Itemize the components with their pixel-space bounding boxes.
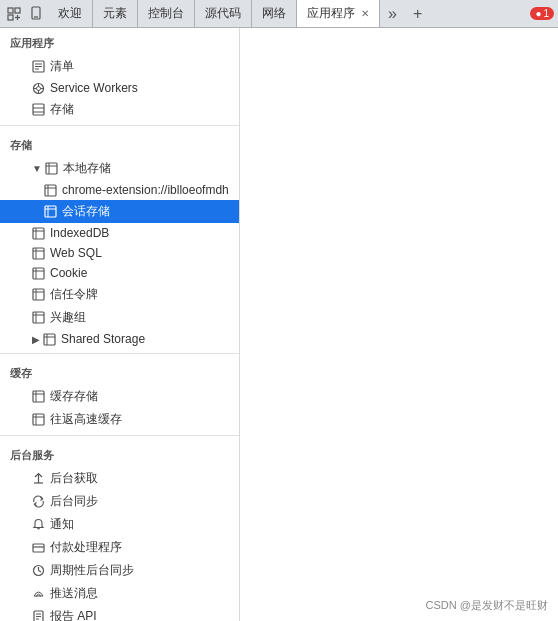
session-storage-icon — [44, 205, 57, 218]
periodic-sync-label: 周期性后台同步 — [50, 562, 134, 579]
sidebar-item-storage[interactable]: 存储 — [0, 98, 239, 121]
payment-handler-label: 付款处理程序 — [50, 539, 122, 556]
interest-group-icon — [32, 311, 45, 324]
trust-token-label: 信任令牌 — [50, 286, 98, 303]
background-sync-icon — [32, 495, 45, 508]
sidebar-item-service-workers[interactable]: Service Workers — [0, 78, 239, 98]
cookie-label: Cookie — [50, 266, 87, 280]
content-area — [240, 28, 558, 621]
divider-background — [0, 435, 239, 436]
notifications-label: 通知 — [50, 516, 74, 533]
svg-rect-38 — [33, 289, 44, 300]
sidebar-item-shared-storage[interactable]: ▶ Shared Storage — [0, 329, 239, 349]
local-storage-label: 本地存储 — [63, 160, 111, 177]
session-storage-label: 会话存储 — [62, 203, 110, 220]
chrome-extension-icon — [44, 184, 57, 197]
sidebar-item-session-storage[interactable]: 会话存储 — [0, 200, 239, 223]
section-header-app: 应用程序 — [0, 28, 239, 55]
sidebar-item-reporting-api[interactable]: 报告 API — [0, 605, 239, 621]
svg-rect-50 — [33, 414, 44, 425]
sidebar-item-interest-group[interactable]: 兴趣组 — [0, 306, 239, 329]
shared-storage-label: Shared Storage — [61, 332, 145, 346]
tab-bar: 应用程序 欢迎 元素 控制台 源代码 网络 应用程序 ✕ » + — [48, 0, 530, 27]
sidebar-item-manifest[interactable]: 清单 — [0, 55, 239, 78]
sidebar-item-push-messaging[interactable]: 推送消息 — [0, 582, 239, 605]
tab-close-icon[interactable]: ✕ — [361, 8, 369, 19]
svg-rect-41 — [33, 312, 44, 323]
service-workers-label: Service Workers — [50, 81, 138, 95]
tab-add-button[interactable]: + — [405, 5, 430, 23]
cache-storage-label: 缓存存储 — [50, 388, 98, 405]
push-messaging-icon — [32, 587, 45, 600]
svg-point-12 — [37, 86, 41, 90]
svg-rect-32 — [33, 248, 44, 259]
sidebar-item-indexeddb[interactable]: IndexedDB — [0, 223, 239, 243]
inspect-icon[interactable] — [4, 4, 24, 24]
svg-rect-55 — [33, 544, 44, 552]
background-fetch-label: 后台获取 — [50, 470, 98, 487]
tab-console[interactable]: 控制台 — [138, 0, 195, 27]
main-container: 应用程序 清单 — [0, 28, 558, 621]
expand-local-storage-icon: ▼ — [32, 163, 42, 174]
divider-storage — [0, 125, 239, 126]
websql-icon — [32, 247, 45, 260]
cache-storage-icon — [32, 390, 45, 403]
service-workers-icon — [32, 82, 45, 95]
periodic-sync-icon — [32, 564, 45, 577]
tab-network[interactable]: 网络 — [252, 0, 297, 27]
tab-elements[interactable]: 元素 — [93, 0, 138, 27]
watermark: CSDN @是发财不是旺财 — [426, 598, 548, 613]
tab-more[interactable]: » — [380, 5, 405, 23]
sidebar-item-cache-storage[interactable]: 缓存存储 — [0, 385, 239, 408]
svg-rect-0 — [8, 8, 13, 13]
toolbar-right: ● 1 — [530, 7, 554, 20]
trust-token-icon — [32, 288, 45, 301]
tab-sources[interactable]: 源代码 — [195, 0, 252, 27]
section-header-storage: 存储 — [0, 130, 239, 157]
sidebar-item-background-fetch[interactable]: 后台获取 — [0, 467, 239, 490]
svg-rect-29 — [33, 228, 44, 239]
reporting-api-label: 报告 API — [50, 608, 97, 621]
sidebar-item-chrome-extension[interactable]: chrome-extension://iblloeofmdh — [0, 180, 239, 200]
manifest-icon — [32, 60, 45, 73]
payment-handler-icon — [32, 541, 45, 554]
divider-cache — [0, 353, 239, 354]
svg-rect-26 — [45, 206, 56, 217]
sidebar-item-websql[interactable]: Web SQL — [0, 243, 239, 263]
indexeddb-icon — [32, 227, 45, 240]
shared-storage-icon — [43, 333, 56, 346]
background-sync-label: 后台同步 — [50, 493, 98, 510]
sidebar-item-background-sync[interactable]: 后台同步 — [0, 490, 239, 513]
cookie-icon — [32, 267, 45, 280]
sidebar-item-periodic-sync[interactable]: 周期性后台同步 — [0, 559, 239, 582]
sidebar-item-trust-token[interactable]: 信任令牌 — [0, 283, 239, 306]
error-badge[interactable]: ● 1 — [530, 7, 554, 20]
svg-line-59 — [39, 571, 42, 573]
svg-rect-44 — [44, 334, 55, 345]
storage-icon — [32, 103, 45, 116]
sidebar-item-local-storage[interactable]: ▼ 本地存储 — [0, 157, 239, 180]
sidebar-item-back-forward-cache[interactable]: 往返高速缓存 — [0, 408, 239, 431]
svg-rect-47 — [33, 391, 44, 402]
expand-shared-storage-icon: ▶ — [32, 334, 40, 345]
section-header-background: 后台服务 — [0, 440, 239, 467]
sidebar-item-payment-handler[interactable]: 付款处理程序 — [0, 536, 239, 559]
device-icon[interactable] — [26, 4, 46, 24]
tab-welcome[interactable]: 应用程序 欢迎 — [48, 0, 93, 27]
svg-rect-35 — [33, 268, 44, 279]
local-storage-icon — [45, 162, 58, 175]
sidebar: 应用程序 清单 — [0, 28, 240, 621]
manifest-label: 清单 — [50, 58, 74, 75]
section-header-cache: 缓存 — [0, 358, 239, 385]
websql-label: Web SQL — [50, 246, 102, 260]
svg-rect-20 — [46, 163, 57, 174]
svg-rect-2 — [8, 15, 13, 20]
sidebar-item-notifications[interactable]: 通知 — [0, 513, 239, 536]
indexeddb-label: IndexedDB — [50, 226, 109, 240]
background-fetch-icon — [32, 472, 45, 485]
svg-rect-1 — [15, 8, 20, 13]
tab-application[interactable]: 应用程序 ✕ — [297, 0, 380, 27]
svg-rect-17 — [33, 104, 44, 115]
sidebar-item-cookie[interactable]: Cookie — [0, 263, 239, 283]
back-forward-cache-icon — [32, 413, 45, 426]
